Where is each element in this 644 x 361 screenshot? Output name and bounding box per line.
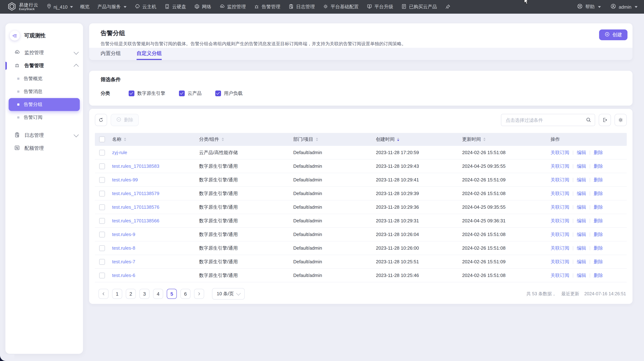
- sort-icon[interactable]: [124, 138, 126, 141]
- edit-link[interactable]: 编辑: [577, 204, 586, 210]
- row-checkbox[interactable]: [99, 218, 105, 224]
- sort-icon[interactable]: [222, 138, 224, 141]
- group-name-link[interactable]: test.rules_1701138576: [112, 204, 199, 210]
- nav-item-cloud-host[interactable]: 云主机: [134, 3, 156, 10]
- sidebar-group-quota[interactable]: 配额管理: [6, 142, 83, 155]
- column-header-name[interactable]: 名称: [112, 136, 199, 143]
- delete-link[interactable]: 删除: [594, 272, 603, 279]
- page-button-5-active[interactable]: 5: [167, 289, 177, 299]
- delete-link[interactable]: 删除: [594, 204, 603, 210]
- sidebar-item-alert-overview[interactable]: 告警概览: [6, 72, 83, 85]
- group-name-link[interactable]: test.rules-99: [112, 177, 199, 182]
- checkbox-digital-native-engine[interactable]: 数字原生引擎: [129, 90, 165, 97]
- nav-item-overview[interactable]: 概览: [80, 3, 90, 10]
- tab-custom-groups[interactable]: 自定义分组: [136, 48, 162, 60]
- prev-page-button[interactable]: [98, 289, 108, 299]
- row-checkbox[interactable]: [99, 204, 105, 210]
- delete-link[interactable]: 删除: [594, 190, 603, 197]
- row-checkbox[interactable]: [99, 163, 105, 169]
- select-all-checkbox[interactable]: [99, 136, 105, 142]
- group-name-link[interactable]: test.rules_1701138566: [112, 218, 199, 223]
- delete-selected-button[interactable]: 删除: [111, 114, 139, 126]
- easystack-logo[interactable]: 易捷行云 EasyStack: [7, 1, 38, 12]
- row-checkbox[interactable]: [99, 191, 105, 196]
- refresh-button[interactable]: [95, 114, 107, 126]
- column-header-updated[interactable]: 更新时间: [462, 136, 550, 143]
- row-checkbox[interactable]: [99, 245, 105, 251]
- subscription-link[interactable]: 关联订阅: [550, 204, 569, 210]
- row-checkbox[interactable]: [99, 177, 105, 183]
- sidebar-group-alerting[interactable]: 告警管理: [6, 59, 83, 72]
- checkbox-icon[interactable]: [129, 90, 134, 96]
- checkbox-icon[interactable]: [179, 90, 185, 96]
- delete-link[interactable]: 删除: [594, 177, 603, 183]
- page-button-2[interactable]: 2: [126, 289, 136, 299]
- nav-item-products[interactable]: 产品与服务: [98, 3, 126, 10]
- sidebar-item-alert-groups[interactable]: 告警分组: [8, 98, 80, 111]
- subscription-link[interactable]: 关联订阅: [550, 163, 569, 169]
- nav-item-platform-config[interactable]: 平台基础配置: [323, 3, 359, 10]
- delete-link[interactable]: 删除: [594, 259, 603, 265]
- nav-item-platform-upgrade[interactable]: 平台升级: [366, 3, 393, 10]
- edit-link[interactable]: 编辑: [577, 231, 586, 238]
- nav-item-purchased-products[interactable]: 已购买云产品: [401, 3, 437, 10]
- page-button-1[interactable]: 1: [112, 289, 122, 299]
- checkbox-user-workload[interactable]: 用户负载: [215, 90, 242, 97]
- edit-link[interactable]: 编辑: [577, 245, 586, 251]
- group-name-link[interactable]: test.rules-8: [112, 245, 199, 251]
- sidebar-group-monitoring[interactable]: 监控管理: [6, 46, 83, 59]
- group-name-link[interactable]: test.rules_1701138583: [112, 163, 199, 169]
- edit-link[interactable]: 编辑: [577, 163, 586, 169]
- nav-item-network[interactable]: 网络: [194, 3, 211, 10]
- edit-link[interactable]: 编辑: [577, 149, 586, 156]
- sidebar-group-logging[interactable]: 日志管理: [6, 129, 83, 142]
- edit-link[interactable]: 编辑: [577, 259, 586, 265]
- pin-icon[interactable]: [445, 4, 451, 10]
- edit-link[interactable]: 编辑: [577, 177, 586, 183]
- sort-icon-desc-active[interactable]: [397, 138, 399, 141]
- row-checkbox[interactable]: [99, 232, 105, 237]
- edit-link[interactable]: 编辑: [577, 272, 586, 279]
- subscription-link[interactable]: 关联订阅: [550, 218, 569, 224]
- nav-item-alerting[interactable]: 告警管理: [254, 3, 280, 10]
- page-button-3[interactable]: 3: [140, 289, 150, 299]
- column-header-project[interactable]: 部门/项目: [293, 136, 376, 143]
- page-button-6[interactable]: 6: [180, 289, 190, 299]
- edit-link[interactable]: 编辑: [577, 190, 586, 197]
- nav-item-monitoring[interactable]: 监控管理: [219, 3, 246, 10]
- export-button[interactable]: [599, 114, 611, 126]
- page-size-select[interactable]: 10 条/页: [212, 288, 244, 300]
- region-selector[interactable]: nj_410: [46, 3, 73, 10]
- create-button[interactable]: 创建: [599, 29, 628, 40]
- row-checkbox[interactable]: [99, 259, 105, 265]
- subscription-link[interactable]: 关联订阅: [550, 231, 569, 238]
- delete-link[interactable]: 删除: [594, 231, 603, 238]
- group-name-link[interactable]: test.rules-7: [112, 259, 199, 264]
- nav-item-logging[interactable]: 日志管理: [288, 3, 315, 10]
- edit-link[interactable]: 编辑: [577, 218, 586, 224]
- checkbox-icon[interactable]: [215, 90, 221, 96]
- next-page-button[interactable]: [194, 289, 204, 299]
- table-settings-button[interactable]: [614, 114, 627, 126]
- delete-link[interactable]: 删除: [594, 149, 603, 156]
- delete-link[interactable]: 删除: [594, 163, 603, 169]
- search-icon[interactable]: [586, 117, 592, 124]
- group-name-link[interactable]: test.rules-9: [112, 232, 199, 237]
- delete-link[interactable]: 删除: [594, 245, 603, 251]
- subscription-link[interactable]: 关联订阅: [550, 149, 569, 156]
- group-name-link[interactable]: zyj-rule: [112, 150, 199, 155]
- column-header-created[interactable]: 创建时间: [376, 136, 462, 143]
- user-menu[interactable]: admin: [610, 3, 638, 10]
- subscription-link[interactable]: 关联订阅: [550, 177, 569, 183]
- row-checkbox[interactable]: [99, 273, 105, 278]
- group-name-link[interactable]: test.rules_1701138579: [112, 191, 199, 196]
- tab-builtin-groups[interactable]: 内置分组: [100, 48, 121, 60]
- sort-icon[interactable]: [316, 138, 318, 141]
- subscription-link[interactable]: 关联订阅: [550, 272, 569, 279]
- sort-icon[interactable]: [483, 138, 486, 141]
- checkbox-cloud-product[interactable]: 云产品: [179, 90, 202, 97]
- delete-link[interactable]: 删除: [594, 218, 603, 224]
- column-header-category[interactable]: 分类/组件: [199, 136, 293, 143]
- sidebar-item-alert-messages[interactable]: 告警消息: [6, 85, 83, 98]
- group-name-link[interactable]: test.rules-6: [112, 273, 199, 278]
